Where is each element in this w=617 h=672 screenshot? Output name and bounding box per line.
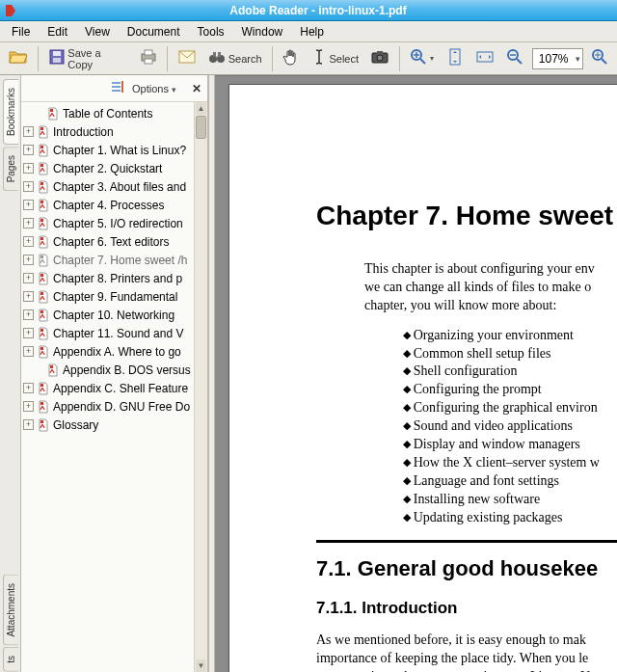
tree-expander-icon[interactable]: +: [23, 383, 34, 393]
body-paragraph: As we mentioned before, it is easy enoug…: [316, 632, 617, 672]
tree-expander-icon[interactable]: +: [23, 200, 34, 210]
bookmark-item[interactable]: +Chapter 1. What is Linux?: [23, 141, 207, 159]
bookmark-label: Chapter 7. Home sweet /h: [53, 254, 187, 267]
sidetab-attachments[interactable]: Attachments: [3, 575, 18, 646]
print-button[interactable]: [135, 46, 161, 71]
zoom-level-select[interactable]: 107%: [532, 48, 583, 69]
svg-rect-48: [40, 420, 43, 423]
camera-icon: [371, 50, 389, 67]
scroll-up-arrow-icon[interactable]: ▲: [196, 102, 206, 115]
hand-tool-button[interactable]: [279, 46, 305, 71]
bullet-item: Configuring the graphical environ: [403, 399, 617, 417]
panel-splitter[interactable]: [208, 75, 215, 672]
bullet-item: Configuring the prompt: [403, 381, 617, 399]
printer-icon: [140, 49, 157, 67]
bookmark-item[interactable]: +Appendix D. GNU Free Do: [23, 397, 207, 416]
svg-line-21: [517, 59, 522, 64]
bullet-item: Common shell setup files: [403, 345, 617, 363]
bookmark-item[interactable]: +Chapter 3. About files and: [23, 177, 207, 196]
svg-rect-34: [40, 164, 43, 167]
tree-expander-icon[interactable]: +: [23, 328, 34, 338]
bookmarks-close-button[interactable]: ✕: [192, 82, 201, 95]
bookmark-item[interactable]: +Introduction: [23, 122, 207, 141]
zoom-in-plus-button[interactable]: [587, 46, 613, 71]
svg-rect-31: [50, 109, 53, 112]
svg-rect-28: [112, 86, 121, 88]
tree-expander-icon[interactable]: +: [23, 163, 34, 174]
toolbar-separator: [399, 46, 400, 71]
zoom-value: 107%: [539, 52, 569, 66]
tree-expander-icon[interactable]: +: [23, 309, 34, 320]
save-copy-button[interactable]: Save a Copy: [44, 46, 130, 71]
tree-expander-icon[interactable]: +: [23, 218, 34, 228]
bookmark-item[interactable]: +Chapter 7. Home sweet /h: [23, 251, 207, 269]
svg-rect-9: [213, 52, 216, 57]
hand-icon: [282, 48, 300, 68]
bookmark-item[interactable]: Table of Contents: [23, 104, 207, 122]
text-select-button[interactable]: Select: [308, 46, 362, 71]
bookmark-item[interactable]: +Chapter 5. I/O redirection: [23, 214, 207, 232]
bookmark-item[interactable]: +Glossary: [23, 416, 207, 434]
bookmark-item[interactable]: +Chapter 11. Sound and V: [23, 324, 207, 342]
fit-width-button[interactable]: [471, 46, 497, 71]
subsection-title: 7.1.1. Introduction: [316, 599, 617, 618]
search-button[interactable]: Search: [204, 46, 266, 71]
tree-expander-icon[interactable]: +: [23, 236, 34, 247]
menu-help[interactable]: Help: [292, 23, 332, 40]
bookmarks-scrollbar[interactable]: ▲ ▼: [194, 102, 207, 672]
menu-file[interactable]: File: [4, 23, 38, 40]
bookmark-item[interactable]: Appendix B. DOS versus L: [23, 361, 207, 379]
window-titlebar: Adobe Reader - intro-linux-1.pdf: [0, 0, 617, 21]
svg-rect-40: [40, 274, 43, 277]
plus-magnifier-icon: [591, 48, 608, 68]
bookmark-item[interactable]: +Chapter 10. Networking: [23, 306, 207, 324]
scrollbar-thumb[interactable]: [196, 116, 206, 139]
bookmark-item[interactable]: +Chapter 2. Quickstart: [23, 159, 207, 177]
tree-expander-icon[interactable]: +: [23, 291, 34, 302]
svg-rect-29: [112, 90, 121, 92]
pdf-bookmark-icon: [37, 327, 50, 340]
svg-rect-36: [40, 201, 43, 203]
bookmark-item[interactable]: +Chapter 9. Fundamental: [23, 287, 207, 306]
section-title: 7.1. General good housekee: [316, 556, 617, 581]
tree-expander-icon[interactable]: +: [23, 346, 34, 357]
tree-expander-icon[interactable]: +: [23, 181, 34, 192]
fit-height-button[interactable]: [443, 46, 468, 71]
menu-tools[interactable]: Tools: [190, 23, 232, 40]
tree-expander-icon[interactable]: +: [23, 419, 34, 430]
sidetab-pages[interactable]: Pages: [3, 147, 18, 191]
bookmark-item[interactable]: +Chapter 4. Processes: [23, 196, 207, 214]
menu-view[interactable]: View: [77, 23, 118, 40]
sidetab-extra[interactable]: ts: [3, 647, 18, 672]
menu-document[interactable]: Document: [120, 23, 188, 40]
zoom-out-button[interactable]: [501, 46, 527, 71]
svg-rect-2: [53, 58, 61, 63]
open-button[interactable]: [4, 46, 32, 71]
search-label: Search: [228, 53, 262, 65]
tree-expander-icon[interactable]: +: [23, 255, 34, 265]
pdf-bookmark-icon: [37, 418, 50, 432]
bookmark-item[interactable]: +Appendix A. Where to go: [23, 342, 207, 361]
scroll-down-arrow-icon[interactable]: ▼: [196, 659, 206, 672]
zoom-in-button[interactable]: ▾: [406, 46, 439, 71]
bookmarks-options-button[interactable]: Options ▾: [132, 83, 176, 94]
toolbar-separator: [167, 46, 168, 71]
document-viewer[interactable]: Chapter 7. Home sweet This chapter is ab…: [215, 75, 617, 672]
snapshot-button[interactable]: [366, 46, 392, 71]
bullet-item: Shell configuration: [403, 363, 617, 381]
tree-expander-icon[interactable]: +: [23, 145, 34, 155]
bookmark-item[interactable]: +Chapter 8. Printers and p: [23, 269, 207, 287]
bookmark-label: Chapter 4. Processes: [53, 199, 164, 212]
bullet-item: Sound and video applications: [403, 417, 617, 436]
svg-rect-4: [145, 50, 152, 55]
menu-window[interactable]: Window: [234, 23, 291, 40]
svg-rect-1: [53, 51, 61, 56]
menu-edit[interactable]: Edit: [40, 23, 75, 40]
email-button[interactable]: [174, 46, 200, 71]
sidetab-bookmarks[interactable]: Bookmarks: [3, 79, 18, 145]
tree-expander-icon[interactable]: +: [23, 273, 34, 283]
tree-expander-icon[interactable]: +: [23, 126, 34, 137]
tree-expander-icon[interactable]: +: [23, 401, 34, 412]
bookmark-item[interactable]: +Chapter 6. Text editors: [23, 232, 207, 251]
bookmark-item[interactable]: +Appendix C. Shell Feature: [23, 379, 207, 397]
